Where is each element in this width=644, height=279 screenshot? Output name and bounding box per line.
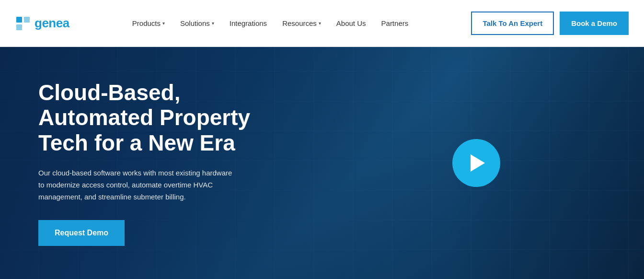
play-triangle-icon — [471, 154, 485, 172]
site-header: genea Products ▾ Solutions ▾ Integration… — [0, 0, 644, 47]
play-video-area — [452, 139, 500, 187]
genea-logo-icon — [15, 16, 31, 31]
play-video-button[interactable] — [452, 139, 500, 187]
request-demo-button[interactable]: Request Demo — [38, 220, 125, 246]
logo[interactable]: genea — [15, 16, 69, 31]
nav-partners[interactable]: Partners — [375, 15, 415, 31]
hero-subtitle: Our cloud-based software works with most… — [38, 167, 240, 203]
svg-rect-1 — [16, 24, 22, 30]
products-chevron-icon: ▾ — [162, 21, 165, 26]
svg-rect-2 — [24, 17, 30, 23]
hero-content: Cloud-Based, Automated Property Tech for… — [0, 47, 644, 279]
main-nav: Products ▾ Solutions ▾ Integrations Reso… — [126, 15, 415, 31]
nav-about-us[interactable]: About Us — [330, 15, 373, 31]
nav-resources[interactable]: Resources ▾ — [276, 15, 328, 31]
solutions-chevron-icon: ▾ — [212, 21, 214, 26]
hero-title: Cloud-Based, Automated Property Tech for… — [38, 80, 288, 156]
header-cta-buttons: Talk To An Expert Book a Demo — [471, 12, 629, 35]
book-demo-button[interactable]: Book a Demo — [560, 12, 629, 35]
hero-section: Cloud-Based, Automated Property Tech for… — [0, 47, 644, 279]
talk-to-expert-button[interactable]: Talk To An Expert — [471, 12, 554, 35]
nav-products[interactable]: Products ▾ — [126, 15, 172, 31]
nav-solutions[interactable]: Solutions ▾ — [173, 15, 221, 31]
resources-chevron-icon: ▾ — [319, 21, 321, 26]
logo-text: genea — [34, 16, 69, 31]
hero-text-block: Cloud-Based, Automated Property Tech for… — [38, 80, 288, 246]
nav-integrations[interactable]: Integrations — [223, 15, 274, 31]
svg-rect-0 — [16, 17, 22, 23]
